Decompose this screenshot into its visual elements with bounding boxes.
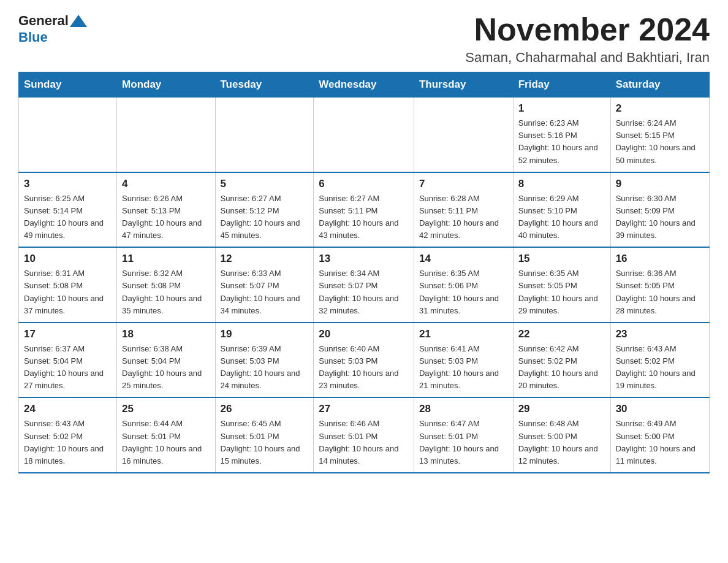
day-number: 17 (24, 328, 112, 340)
day-info: Sunrise: 6:27 AMSunset: 5:12 PMDaylight:… (221, 193, 309, 242)
weekday-header-wednesday: Wednesday (314, 72, 414, 98)
day-info: Sunrise: 6:39 AMSunset: 5:03 PMDaylight:… (221, 343, 309, 393)
day-number: 12 (221, 253, 309, 265)
day-number: 28 (419, 403, 508, 415)
day-info: Sunrise: 6:43 AMSunset: 5:02 PMDaylight:… (616, 343, 704, 393)
logo: General Blue (18, 12, 87, 45)
day-number: 26 (221, 403, 309, 415)
day-info: Sunrise: 6:32 AMSunset: 5:08 PMDaylight:… (122, 267, 210, 317)
calendar-cell: 9Sunrise: 6:30 AMSunset: 5:09 PMDaylight… (610, 172, 709, 248)
calendar-cell: 29Sunrise: 6:48 AMSunset: 5:00 PMDayligh… (513, 397, 610, 473)
day-number: 15 (518, 253, 605, 265)
calendar-cell: 5Sunrise: 6:27 AMSunset: 5:12 PMDaylight… (215, 172, 314, 248)
day-info: Sunrise: 6:37 AMSunset: 5:04 PMDaylight:… (24, 343, 112, 393)
day-number: 29 (518, 403, 605, 415)
day-info: Sunrise: 6:31 AMSunset: 5:08 PMDaylight:… (24, 267, 112, 317)
calendar-cell (117, 98, 215, 172)
day-number: 8 (518, 178, 605, 190)
day-number: 22 (518, 328, 605, 340)
calendar-cell: 13Sunrise: 6:34 AMSunset: 5:07 PMDayligh… (314, 247, 414, 323)
calendar-cell: 25Sunrise: 6:44 AMSunset: 5:01 PMDayligh… (117, 397, 215, 473)
header: General Blue November 2024 Saman, Chahar… (18, 12, 710, 66)
day-number: 16 (616, 253, 704, 265)
calendar-cell: 2Sunrise: 6:24 AMSunset: 5:15 PMDaylight… (610, 98, 709, 172)
calendar-cell: 30Sunrise: 6:49 AMSunset: 5:00 PMDayligh… (610, 397, 709, 473)
day-info: Sunrise: 6:42 AMSunset: 5:02 PMDaylight:… (518, 343, 605, 393)
day-number: 5 (221, 178, 309, 190)
calendar-header: SundayMondayTuesdayWednesdayThursdayFrid… (19, 72, 710, 98)
weekday-header-thursday: Thursday (414, 72, 513, 98)
calendar-cell: 18Sunrise: 6:38 AMSunset: 5:04 PMDayligh… (117, 323, 215, 398)
day-info: Sunrise: 6:48 AMSunset: 5:00 PMDaylight:… (518, 418, 605, 467)
day-number: 25 (122, 403, 210, 415)
day-info: Sunrise: 6:25 AMSunset: 5:14 PMDaylight:… (24, 193, 112, 242)
day-info: Sunrise: 6:30 AMSunset: 5:09 PMDaylight:… (616, 193, 704, 242)
calendar-row-3: 17Sunrise: 6:37 AMSunset: 5:04 PMDayligh… (19, 323, 710, 398)
calendar-cell: 26Sunrise: 6:45 AMSunset: 5:01 PMDayligh… (215, 397, 314, 473)
calendar-row-2: 10Sunrise: 6:31 AMSunset: 5:08 PMDayligh… (19, 247, 710, 323)
day-number: 3 (24, 178, 112, 190)
calendar-cell: 27Sunrise: 6:46 AMSunset: 5:01 PMDayligh… (314, 397, 414, 473)
day-info: Sunrise: 6:44 AMSunset: 5:01 PMDaylight:… (122, 418, 210, 467)
logo-blue-text: Blue (18, 29, 48, 45)
day-info: Sunrise: 6:34 AMSunset: 5:07 PMDaylight:… (319, 267, 409, 317)
calendar-cell: 8Sunrise: 6:29 AMSunset: 5:10 PMDaylight… (513, 172, 610, 248)
calendar-cell: 22Sunrise: 6:42 AMSunset: 5:02 PMDayligh… (513, 323, 610, 398)
calendar-cell: 20Sunrise: 6:40 AMSunset: 5:03 PMDayligh… (314, 323, 414, 398)
day-number: 7 (419, 178, 508, 190)
calendar-cell (414, 98, 513, 172)
day-info: Sunrise: 6:33 AMSunset: 5:07 PMDaylight:… (221, 267, 309, 317)
day-info: Sunrise: 6:41 AMSunset: 5:03 PMDaylight:… (419, 343, 508, 393)
day-number: 11 (122, 253, 210, 265)
weekday-header-monday: Monday (117, 72, 215, 98)
calendar-table: SundayMondayTuesdayWednesdayThursdayFrid… (18, 72, 710, 473)
calendar-cell: 7Sunrise: 6:28 AMSunset: 5:11 PMDaylight… (414, 172, 513, 248)
calendar-cell: 24Sunrise: 6:43 AMSunset: 5:02 PMDayligh… (19, 397, 117, 473)
day-number: 9 (616, 178, 704, 190)
calendar-cell: 17Sunrise: 6:37 AMSunset: 5:04 PMDayligh… (19, 323, 117, 398)
calendar-cell: 28Sunrise: 6:47 AMSunset: 5:01 PMDayligh… (414, 397, 513, 473)
weekday-header-row: SundayMondayTuesdayWednesdayThursdayFrid… (19, 72, 710, 98)
day-info: Sunrise: 6:36 AMSunset: 5:05 PMDaylight:… (616, 267, 704, 317)
calendar-cell: 16Sunrise: 6:36 AMSunset: 5:05 PMDayligh… (610, 247, 709, 323)
day-number: 14 (419, 253, 508, 265)
logo-triangle-icon (70, 12, 87, 29)
calendar-cell (19, 98, 117, 172)
weekday-header-saturday: Saturday (610, 72, 709, 98)
location-title: Saman, Chaharmahal and Bakhtiari, Iran (465, 50, 710, 66)
day-number: 13 (319, 253, 409, 265)
calendar-row-1: 3Sunrise: 6:25 AMSunset: 5:14 PMDaylight… (19, 172, 710, 248)
day-info: Sunrise: 6:45 AMSunset: 5:01 PMDaylight:… (221, 418, 309, 467)
day-number: 1 (518, 102, 605, 115)
calendar-cell: 21Sunrise: 6:41 AMSunset: 5:03 PMDayligh… (414, 323, 513, 398)
calendar-cell: 15Sunrise: 6:35 AMSunset: 5:05 PMDayligh… (513, 247, 610, 323)
calendar-cell: 14Sunrise: 6:35 AMSunset: 5:06 PMDayligh… (414, 247, 513, 323)
svg-marker-0 (70, 15, 87, 27)
weekday-header-tuesday: Tuesday (215, 72, 314, 98)
day-number: 6 (319, 178, 409, 190)
day-number: 27 (319, 403, 409, 415)
day-number: 19 (221, 328, 309, 340)
calendar-cell: 11Sunrise: 6:32 AMSunset: 5:08 PMDayligh… (117, 247, 215, 323)
day-info: Sunrise: 6:24 AMSunset: 5:15 PMDaylight:… (616, 117, 704, 167)
day-info: Sunrise: 6:28 AMSunset: 5:11 PMDaylight:… (419, 193, 508, 242)
day-number: 2 (616, 102, 704, 115)
day-info: Sunrise: 6:27 AMSunset: 5:11 PMDaylight:… (319, 193, 409, 242)
day-number: 4 (122, 178, 210, 190)
calendar-cell: 10Sunrise: 6:31 AMSunset: 5:08 PMDayligh… (19, 247, 117, 323)
day-number: 18 (122, 328, 210, 340)
day-info: Sunrise: 6:35 AMSunset: 5:05 PMDaylight:… (518, 267, 605, 317)
day-number: 24 (24, 403, 112, 415)
calendar-cell: 6Sunrise: 6:27 AMSunset: 5:11 PMDaylight… (314, 172, 414, 248)
day-info: Sunrise: 6:49 AMSunset: 5:00 PMDaylight:… (616, 418, 704, 467)
calendar-cell: 1Sunrise: 6:23 AMSunset: 5:16 PMDaylight… (513, 98, 610, 172)
day-number: 30 (616, 403, 704, 415)
day-number: 10 (24, 253, 112, 265)
calendar-row-0: 1Sunrise: 6:23 AMSunset: 5:16 PMDaylight… (19, 98, 710, 172)
day-info: Sunrise: 6:40 AMSunset: 5:03 PMDaylight:… (319, 343, 409, 393)
calendar-cell: 12Sunrise: 6:33 AMSunset: 5:07 PMDayligh… (215, 247, 314, 323)
calendar-row-4: 24Sunrise: 6:43 AMSunset: 5:02 PMDayligh… (19, 397, 710, 473)
day-info: Sunrise: 6:23 AMSunset: 5:16 PMDaylight:… (518, 117, 605, 167)
day-info: Sunrise: 6:47 AMSunset: 5:01 PMDaylight:… (419, 418, 508, 467)
weekday-header-sunday: Sunday (19, 72, 117, 98)
